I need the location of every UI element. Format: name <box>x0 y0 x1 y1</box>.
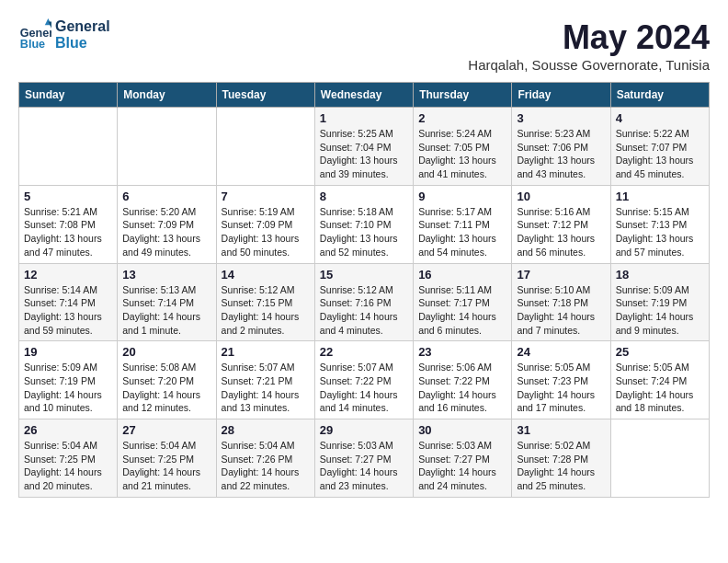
day-info: Sunrise: 5:12 AM Sunset: 7:16 PM Dayligh… <box>320 283 408 338</box>
page-header: General Blue General Blue May 2024 Harqa… <box>18 18 710 73</box>
calendar-cell: 9Sunrise: 5:17 AM Sunset: 7:11 PM Daylig… <box>414 185 512 263</box>
weekday-header: Tuesday <box>216 83 314 108</box>
day-info: Sunrise: 5:07 AM Sunset: 7:22 PM Dayligh… <box>320 361 408 415</box>
day-info: Sunrise: 5:07 AM Sunset: 7:21 PM Dayligh… <box>222 361 310 415</box>
calendar-cell: 4Sunrise: 5:22 AM Sunset: 7:07 PM Daylig… <box>610 108 709 186</box>
weekday-header: Monday <box>118 83 216 108</box>
day-number: 11 <box>616 190 704 203</box>
day-number: 14 <box>222 268 310 282</box>
day-info: Sunrise: 5:03 AM Sunset: 7:27 PM Dayligh… <box>418 439 506 493</box>
day-number: 30 <box>418 423 506 437</box>
day-info: Sunrise: 5:22 AM Sunset: 7:07 PM Dayligh… <box>616 127 704 181</box>
day-number: 1 <box>320 111 408 125</box>
calendar-cell: 15Sunrise: 5:12 AM Sunset: 7:16 PM Dayli… <box>314 263 413 341</box>
day-info: Sunrise: 5:16 AM Sunset: 7:12 PM Dayligh… <box>517 205 605 259</box>
weekday-header: Sunday <box>19 83 118 108</box>
day-info: Sunrise: 5:02 AM Sunset: 7:28 PM Dayligh… <box>517 439 605 493</box>
calendar-cell: 3Sunrise: 5:23 AM Sunset: 7:06 PM Daylig… <box>512 108 610 186</box>
calendar-cell: 25Sunrise: 5:05 AM Sunset: 7:24 PM Dayli… <box>610 341 709 419</box>
svg-text:Blue: Blue <box>20 38 45 51</box>
calendar-cell: 8Sunrise: 5:18 AM Sunset: 7:10 PM Daylig… <box>314 185 413 263</box>
logo-general: General <box>55 18 110 35</box>
day-info: Sunrise: 5:09 AM Sunset: 7:19 PM Dayligh… <box>616 283 704 338</box>
day-number: 13 <box>122 268 210 282</box>
day-info: Sunrise: 5:12 AM Sunset: 7:15 PM Dayligh… <box>222 283 310 338</box>
weekday-header: Friday <box>512 83 610 108</box>
day-number: 21 <box>222 345 310 359</box>
day-info: Sunrise: 5:04 AM Sunset: 7:25 PM Dayligh… <box>24 439 112 493</box>
day-number: 9 <box>418 190 506 203</box>
calendar-cell <box>610 419 709 498</box>
calendar-cell: 26Sunrise: 5:04 AM Sunset: 7:25 PM Dayli… <box>19 419 118 498</box>
day-number: 6 <box>122 190 210 203</box>
day-info: Sunrise: 5:17 AM Sunset: 7:11 PM Dayligh… <box>418 205 506 259</box>
logo: General Blue General Blue <box>18 18 110 52</box>
day-number: 8 <box>320 190 408 203</box>
calendar-week-row: 19Sunrise: 5:09 AM Sunset: 7:19 PM Dayli… <box>19 341 710 419</box>
day-number: 17 <box>517 268 605 282</box>
day-number: 10 <box>517 190 605 203</box>
day-number: 28 <box>222 423 310 437</box>
day-info: Sunrise: 5:20 AM Sunset: 7:09 PM Dayligh… <box>122 205 210 259</box>
day-number: 27 <box>122 423 210 437</box>
calendar-cell: 24Sunrise: 5:05 AM Sunset: 7:23 PM Dayli… <box>512 341 610 419</box>
calendar-cell: 6Sunrise: 5:20 AM Sunset: 7:09 PM Daylig… <box>118 185 216 263</box>
day-number: 2 <box>418 111 506 125</box>
day-number: 22 <box>320 345 408 359</box>
day-number: 16 <box>418 268 506 282</box>
calendar-cell: 11Sunrise: 5:15 AM Sunset: 7:13 PM Dayli… <box>610 185 709 263</box>
calendar-week-row: 12Sunrise: 5:14 AM Sunset: 7:14 PM Dayli… <box>19 263 710 341</box>
calendar-table: SundayMondayTuesdayWednesdayThursdayFrid… <box>18 82 710 498</box>
day-number: 25 <box>616 345 704 359</box>
calendar-week-row: 26Sunrise: 5:04 AM Sunset: 7:25 PM Dayli… <box>19 419 710 498</box>
day-info: Sunrise: 5:08 AM Sunset: 7:20 PM Dayligh… <box>122 361 210 415</box>
calendar-cell: 1Sunrise: 5:25 AM Sunset: 7:04 PM Daylig… <box>314 108 413 186</box>
calendar-cell: 13Sunrise: 5:13 AM Sunset: 7:14 PM Dayli… <box>118 263 216 341</box>
calendar-cell: 27Sunrise: 5:04 AM Sunset: 7:25 PM Dayli… <box>118 419 216 498</box>
logo-blue: Blue <box>55 35 110 52</box>
weekday-header: Saturday <box>610 83 709 108</box>
weekday-header: Wednesday <box>314 83 413 108</box>
location: Harqalah, Sousse Governorate, Tunisia <box>468 57 710 73</box>
day-info: Sunrise: 5:05 AM Sunset: 7:24 PM Dayligh… <box>616 361 704 415</box>
day-info: Sunrise: 5:23 AM Sunset: 7:06 PM Dayligh… <box>517 127 605 181</box>
calendar-cell: 30Sunrise: 5:03 AM Sunset: 7:27 PM Dayli… <box>414 419 512 498</box>
weekday-header: Thursday <box>414 83 512 108</box>
calendar-cell: 5Sunrise: 5:21 AM Sunset: 7:08 PM Daylig… <box>19 185 118 263</box>
calendar-week-row: 5Sunrise: 5:21 AM Sunset: 7:08 PM Daylig… <box>19 185 710 263</box>
day-info: Sunrise: 5:13 AM Sunset: 7:14 PM Dayligh… <box>122 283 210 338</box>
calendar-week-row: 1Sunrise: 5:25 AM Sunset: 7:04 PM Daylig… <box>19 108 710 186</box>
day-number: 7 <box>222 190 310 203</box>
calendar-cell: 31Sunrise: 5:02 AM Sunset: 7:28 PM Dayli… <box>512 419 610 498</box>
calendar-cell: 12Sunrise: 5:14 AM Sunset: 7:14 PM Dayli… <box>19 263 118 341</box>
logo-icon: General Blue <box>18 18 51 52</box>
calendar-cell <box>118 108 216 186</box>
calendar-cell: 29Sunrise: 5:03 AM Sunset: 7:27 PM Dayli… <box>314 419 413 498</box>
calendar-cell <box>19 108 118 186</box>
day-number: 19 <box>24 345 112 359</box>
day-number: 23 <box>418 345 506 359</box>
calendar-cell: 20Sunrise: 5:08 AM Sunset: 7:20 PM Dayli… <box>118 341 216 419</box>
calendar-cell: 14Sunrise: 5:12 AM Sunset: 7:15 PM Dayli… <box>216 263 314 341</box>
calendar-cell: 28Sunrise: 5:04 AM Sunset: 7:26 PM Dayli… <box>216 419 314 498</box>
day-info: Sunrise: 5:14 AM Sunset: 7:14 PM Dayligh… <box>24 283 112 338</box>
day-info: Sunrise: 5:18 AM Sunset: 7:10 PM Dayligh… <box>320 205 408 259</box>
day-info: Sunrise: 5:24 AM Sunset: 7:05 PM Dayligh… <box>418 127 506 181</box>
day-info: Sunrise: 5:15 AM Sunset: 7:13 PM Dayligh… <box>616 205 704 259</box>
day-info: Sunrise: 5:11 AM Sunset: 7:17 PM Dayligh… <box>418 283 506 338</box>
day-number: 26 <box>24 423 112 437</box>
day-number: 15 <box>320 268 408 282</box>
day-number: 24 <box>517 345 605 359</box>
day-info: Sunrise: 5:04 AM Sunset: 7:26 PM Dayligh… <box>222 439 310 493</box>
calendar-cell: 7Sunrise: 5:19 AM Sunset: 7:09 PM Daylig… <box>216 185 314 263</box>
day-number: 3 <box>517 111 605 125</box>
calendar-cell: 22Sunrise: 5:07 AM Sunset: 7:22 PM Dayli… <box>314 341 413 419</box>
day-info: Sunrise: 5:06 AM Sunset: 7:22 PM Dayligh… <box>418 361 506 415</box>
day-number: 12 <box>24 268 112 282</box>
calendar-cell: 10Sunrise: 5:16 AM Sunset: 7:12 PM Dayli… <box>512 185 610 263</box>
calendar-cell: 19Sunrise: 5:09 AM Sunset: 7:19 PM Dayli… <box>19 341 118 419</box>
day-info: Sunrise: 5:09 AM Sunset: 7:19 PM Dayligh… <box>24 361 112 415</box>
day-info: Sunrise: 5:03 AM Sunset: 7:27 PM Dayligh… <box>320 439 408 493</box>
day-number: 5 <box>24 190 112 203</box>
calendar-cell: 2Sunrise: 5:24 AM Sunset: 7:05 PM Daylig… <box>414 108 512 186</box>
